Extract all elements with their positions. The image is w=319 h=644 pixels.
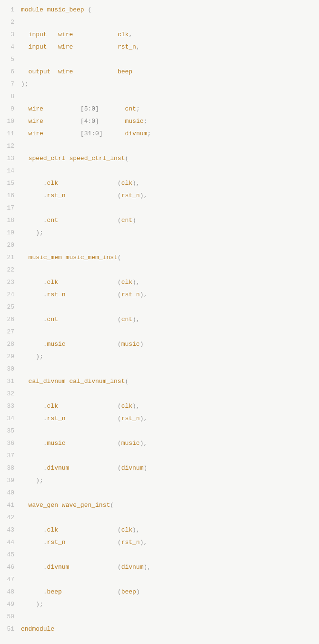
token-punct: [21, 118, 29, 125]
line-number: 12: [0, 140, 21, 152]
code-content: [21, 363, 319, 375]
code-content: [21, 574, 319, 586]
line-number: 24: [0, 289, 21, 301]
token-id: cal_divnum_inst: [69, 378, 125, 385]
line-number: 1: [0, 4, 21, 16]
line-number: 23: [0, 276, 21, 289]
code-content: [21, 549, 319, 561]
token-punct: (: [84, 6, 92, 13]
token-punct: ;: [147, 130, 151, 137]
code-content: [21, 202, 319, 214]
code-content: .rst_n (rst_n),: [21, 413, 319, 425]
code-content: .music (music): [21, 338, 319, 351]
token-punct: [: [43, 130, 84, 137]
code-content: [21, 239, 319, 252]
code-line: 13 speed_ctrl speed_ctrl_inst(: [0, 152, 319, 165]
token-sig: clk: [118, 31, 129, 38]
token-num: 0: [95, 130, 99, 137]
line-number: 48: [0, 586, 21, 598]
token-punct: ;: [144, 118, 148, 125]
token-sig: music: [121, 440, 140, 447]
line-number: 50: [0, 611, 21, 623]
token-port: cnt: [47, 316, 58, 323]
line-number: 44: [0, 536, 21, 549]
line-number: 15: [0, 177, 21, 190]
token-sig: clk: [121, 279, 132, 286]
token-punct: (: [118, 254, 121, 261]
line-number: 25: [0, 301, 21, 313]
code-block: 1module music_beep (23 input wire clk,4 …: [0, 0, 319, 639]
code-line: 51endmodule: [0, 623, 319, 635]
token-punct: (: [66, 291, 121, 298]
code-line: 11 wire [31:0] divnum;: [0, 128, 319, 140]
token-punct: [21, 254, 29, 261]
token-punct: ),: [140, 291, 148, 298]
token-punct: );: [21, 353, 43, 360]
code-content: endmodule: [21, 623, 319, 635]
code-content: );: [21, 474, 319, 487]
line-number: 39: [0, 474, 21, 487]
line-number: 34: [0, 413, 21, 425]
code-content: );: [21, 78, 319, 91]
line-number: 14: [0, 165, 21, 177]
line-number: 17: [0, 202, 21, 214]
line-number: 38: [0, 462, 21, 474]
token-punct: ]: [95, 118, 125, 125]
token-id: speed_ctrl_inst: [69, 155, 125, 162]
token-punct: .: [21, 316, 47, 323]
token-punct: [21, 130, 29, 137]
token-sig: divnum: [121, 464, 144, 472]
code-content: [21, 264, 319, 276]
token-punct: (: [66, 192, 121, 199]
code-line: 29 );: [0, 351, 319, 363]
code-line: 12: [0, 140, 319, 152]
line-number: 49: [0, 598, 21, 611]
token-sig: cnt: [121, 316, 132, 323]
token-punct: :: [91, 130, 95, 137]
line-number: 3: [0, 29, 21, 41]
token-sig: cnt: [125, 105, 136, 112]
code-line: 14: [0, 165, 319, 177]
token-punct: (: [66, 539, 121, 546]
token-kw: wire: [29, 105, 43, 112]
code-line: 36 .music (music),: [0, 437, 319, 450]
code-line: 37: [0, 450, 319, 462]
code-content: );: [21, 351, 319, 363]
code-line: 33 .clk (clk),: [0, 400, 319, 413]
token-punct: .: [21, 564, 47, 571]
code-content: wave_gen wave_gen_inst(: [21, 499, 319, 512]
token-punct: [58, 502, 62, 509]
token-punct: .: [21, 539, 47, 546]
line-number: 6: [0, 66, 21, 78]
token-kw: output: [29, 68, 51, 75]
line-number: 40: [0, 487, 21, 499]
token-sig: clk: [121, 180, 132, 187]
token-punct: ): [143, 464, 147, 472]
line-number: 29: [0, 351, 21, 363]
line-number: 7: [0, 78, 21, 91]
code-content: [21, 91, 319, 103]
code-line: 8: [0, 91, 319, 103]
code-line: 30: [0, 363, 319, 375]
line-number: 11: [0, 128, 21, 140]
token-punct: [21, 105, 29, 112]
code-line: 44 .rst_n (rst_n),: [0, 536, 319, 549]
token-punct: [43, 6, 47, 13]
code-line: 17: [0, 202, 319, 214]
token-num: 31: [84, 130, 92, 137]
token-punct: [47, 43, 58, 50]
code-content: module music_beep (: [21, 4, 319, 16]
token-punct: .: [21, 402, 47, 410]
code-content: .clk (clk),: [21, 400, 319, 413]
code-content: cal_divnum cal_divnum_inst(: [21, 375, 319, 388]
token-port: beep: [47, 588, 62, 595]
code-line: 35: [0, 425, 319, 437]
token-punct: (: [66, 415, 121, 422]
code-content: wire [4:0] music;: [21, 115, 319, 128]
token-punct: ),: [132, 316, 140, 323]
code-content: [21, 512, 319, 524]
token-punct: .: [21, 217, 47, 224]
token-punct: .: [21, 440, 47, 447]
token-punct: (: [110, 502, 114, 509]
token-punct: (: [58, 279, 121, 286]
